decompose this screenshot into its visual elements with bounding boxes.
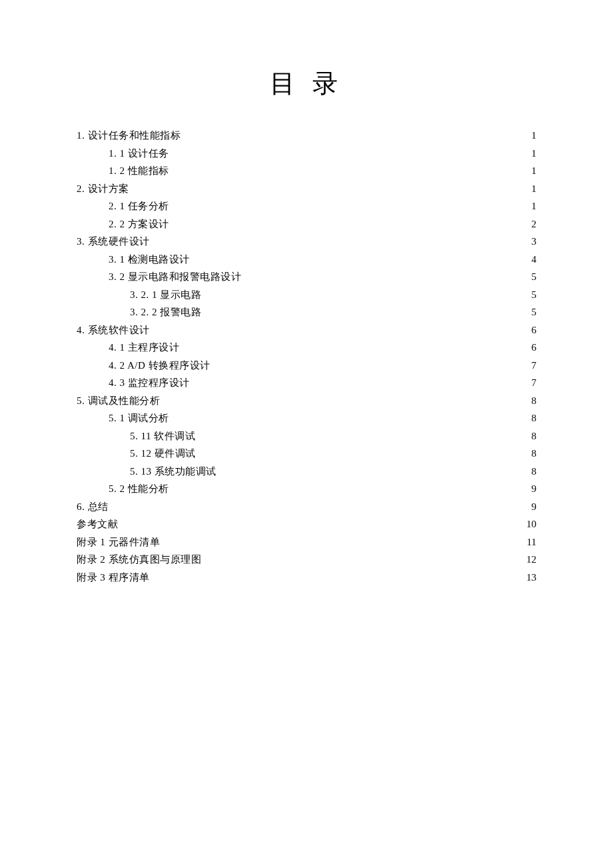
toc-entry: 6. 总结9	[77, 499, 536, 516]
toc-entry-label: 6. 总结	[77, 499, 109, 516]
toc-entry-label: 3. 2 显示电路和报警电路设计	[109, 269, 241, 286]
toc-entry: 4. 1 主程序设计6	[77, 339, 536, 357]
toc-entry-page: 1	[523, 163, 536, 180]
toc-entry: 2. 2 方案设计2	[77, 216, 536, 233]
toc-entry-label: 1. 1 设计任务	[109, 145, 169, 163]
toc-entry-label: 3. 2. 2 报警电路	[130, 304, 201, 321]
toc-entry-page: 13	[523, 569, 536, 587]
toc-entry-page: 9	[523, 481, 536, 498]
toc-entry-page: 10	[523, 516, 536, 533]
toc-entry-page: 7	[523, 357, 536, 375]
toc-entry-label: 5. 13 系统功能调试	[130, 463, 217, 481]
toc-entry-page: 7	[523, 375, 536, 392]
toc-entry-page: 12	[523, 551, 536, 569]
toc-entry-page: 8	[523, 445, 536, 463]
toc-entry: 4. 3 监控程序设计7	[77, 375, 536, 392]
toc-entry: 5. 13 系统功能调试8	[77, 463, 536, 481]
toc-entry-page: 8	[523, 410, 536, 427]
toc-entry-label: 4. 1 主程序设计	[109, 339, 179, 357]
toc-entry: 3. 2. 2 报警电路5	[77, 304, 536, 321]
toc-entry-label: 参考文献	[77, 516, 118, 533]
toc-entry: 5. 2 性能分析9	[77, 481, 536, 498]
toc-entry-page: 1	[523, 127, 536, 145]
toc-entry-page: 6	[523, 322, 536, 339]
toc-entry-label: 5. 调试及性能分析	[77, 393, 160, 410]
toc-entry-page: 5	[523, 287, 536, 304]
toc-entry-label: 3. 1 检测电路设计	[109, 251, 190, 269]
toc-entry: 4. 2 A/D 转换程序设计7	[77, 357, 536, 375]
toc-entry: 5. 12 硬件调试8	[77, 445, 536, 463]
toc-entry-label: 4. 系统软件设计	[77, 322, 150, 339]
toc-entry-page: 1	[523, 198, 536, 215]
toc-entry-page: 3	[523, 233, 536, 251]
toc-entry: 4. 系统软件设计6	[77, 322, 536, 339]
toc-entry-page: 8	[523, 393, 536, 410]
toc-entry: 3. 2. 1 显示电路5	[77, 287, 536, 304]
toc-entry-page: 5	[523, 304, 536, 321]
toc-entry: 5. 1 调试分析8	[77, 410, 536, 427]
toc-entry: 3. 2 显示电路和报警电路设计5	[77, 269, 536, 286]
toc-entry: 附录 3 程序清单13	[77, 569, 536, 587]
toc-entry: 3. 1 检测电路设计4	[77, 251, 536, 269]
toc-entry: 附录 1 元器件清单11	[77, 534, 536, 551]
toc-entry: 1. 设计任务和性能指标1	[77, 127, 536, 145]
toc-entry: 1. 2 性能指标1	[77, 163, 536, 180]
toc-entry-label: 3. 系统硬件设计	[77, 233, 150, 251]
toc-entry-label: 2. 1 任务分析	[109, 198, 169, 215]
toc-entry-page: 9	[523, 499, 536, 516]
toc-entry: 参考文献10	[77, 516, 536, 533]
toc-entry: 5. 调试及性能分析8	[77, 393, 536, 410]
toc-entry-label: 4. 2 A/D 转换程序设计	[109, 357, 211, 375]
toc-entry-page: 6	[523, 339, 536, 357]
toc-entry-label: 3. 2. 1 显示电路	[130, 287, 201, 304]
toc-entry-page: 2	[523, 216, 536, 233]
toc-entry-page: 1	[523, 181, 536, 198]
toc-entry-label: 5. 11 软件调试	[130, 428, 195, 445]
toc-entry-label: 附录 1 元器件清单	[77, 534, 160, 551]
toc-entry-label: 4. 3 监控程序设计	[109, 375, 190, 392]
toc-entry: 1. 1 设计任务1	[77, 145, 536, 163]
toc-entry-page: 1	[523, 145, 536, 163]
toc-entry: 3. 系统硬件设计3	[77, 233, 536, 251]
toc-entry-label: 附录 2 系统仿真图与原理图	[77, 551, 201, 569]
toc-entry: 5. 11 软件调试8	[77, 428, 536, 445]
toc-entry-page: 11	[523, 534, 536, 551]
table-of-contents: 1. 设计任务和性能指标11. 1 设计任务11. 2 性能指标12. 设计方案…	[77, 127, 536, 586]
toc-entry: 2. 1 任务分析1	[77, 198, 536, 215]
toc-entry-label: 1. 2 性能指标	[109, 163, 169, 180]
toc-entry-page: 5	[523, 269, 536, 286]
toc-entry-label: 5. 2 性能分析	[109, 481, 169, 498]
page-title: 目 录	[77, 67, 536, 101]
toc-entry-label: 附录 3 程序清单	[77, 569, 150, 587]
toc-entry-label: 2. 2 方案设计	[109, 216, 169, 233]
toc-entry-page: 8	[523, 428, 536, 445]
toc-entry-label: 5. 12 硬件调试	[130, 445, 196, 463]
toc-entry-label: 1. 设计任务和性能指标	[77, 127, 181, 145]
toc-entry-page: 4	[523, 251, 536, 269]
toc-entry-page: 8	[523, 463, 536, 481]
toc-entry: 附录 2 系统仿真图与原理图12	[77, 551, 536, 569]
toc-entry: 2. 设计方案1	[77, 181, 536, 198]
toc-entry-label: 2. 设计方案	[77, 181, 129, 198]
toc-entry-label: 5. 1 调试分析	[109, 410, 169, 427]
